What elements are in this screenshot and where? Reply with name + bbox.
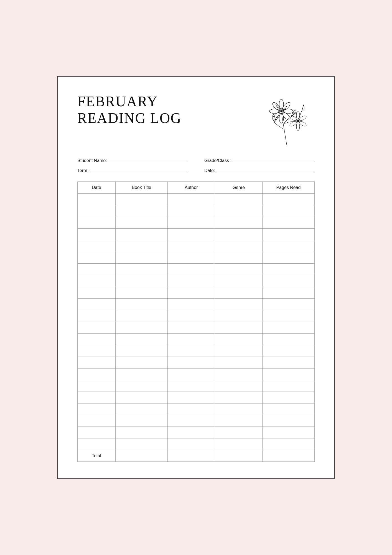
- table-cell[interactable]: [167, 287, 215, 299]
- table-cell[interactable]: [78, 334, 116, 345]
- table-cell[interactable]: [215, 415, 262, 427]
- table-cell[interactable]: [167, 252, 215, 264]
- table-cell[interactable]: [115, 392, 167, 403]
- table-cell[interactable]: [262, 380, 314, 392]
- table-cell[interactable]: [78, 438, 116, 450]
- table-row[interactable]: [78, 334, 315, 345]
- table-cell[interactable]: [167, 415, 215, 427]
- table-cell[interactable]: [78, 380, 116, 392]
- table-cell[interactable]: [167, 217, 215, 229]
- table-cell[interactable]: [262, 310, 314, 322]
- table-row[interactable]: [78, 403, 315, 415]
- table-cell[interactable]: [78, 310, 116, 322]
- table-cell[interactable]: [167, 438, 215, 450]
- table-cell[interactable]: [78, 287, 116, 299]
- table-cell[interactable]: [262, 392, 314, 403]
- table-cell[interactable]: [78, 357, 116, 369]
- table-row[interactable]: [78, 275, 315, 287]
- table-cell[interactable]: [167, 310, 215, 322]
- table-cell[interactable]: [262, 334, 314, 345]
- table-cell[interactable]: [167, 345, 215, 357]
- total-cell[interactable]: [167, 450, 215, 462]
- table-row[interactable]: [78, 217, 315, 229]
- total-cell[interactable]: [262, 450, 314, 462]
- table-cell[interactable]: [167, 403, 215, 415]
- table-cell[interactable]: [115, 322, 167, 334]
- table-cell[interactable]: [78, 403, 116, 415]
- grade-line[interactable]: [232, 157, 315, 162]
- table-row[interactable]: [78, 205, 315, 217]
- table-cell[interactable]: [115, 299, 167, 310]
- table-cell[interactable]: [262, 369, 314, 380]
- table-cell[interactable]: [262, 240, 314, 252]
- table-row[interactable]: [78, 392, 315, 403]
- table-row[interactable]: [78, 240, 315, 252]
- table-row[interactable]: [78, 299, 315, 310]
- table-cell[interactable]: [78, 264, 116, 275]
- table-cell[interactable]: [167, 275, 215, 287]
- table-row[interactable]: [78, 357, 315, 369]
- table-cell[interactable]: [78, 345, 116, 357]
- date-line[interactable]: [215, 167, 315, 172]
- table-cell[interactable]: [167, 380, 215, 392]
- table-cell[interactable]: [115, 252, 167, 264]
- table-cell[interactable]: [78, 229, 116, 240]
- table-row[interactable]: [78, 287, 315, 299]
- table-cell[interactable]: [215, 194, 262, 205]
- table-cell[interactable]: [215, 345, 262, 357]
- table-cell[interactable]: [115, 380, 167, 392]
- table-cell[interactable]: [167, 427, 215, 438]
- table-cell[interactable]: [262, 415, 314, 427]
- table-cell[interactable]: [167, 194, 215, 205]
- table-cell[interactable]: [115, 205, 167, 217]
- table-cell[interactable]: [215, 357, 262, 369]
- table-cell[interactable]: [78, 369, 116, 380]
- table-cell[interactable]: [215, 369, 262, 380]
- table-cell[interactable]: [115, 334, 167, 345]
- table-cell[interactable]: [215, 403, 262, 415]
- table-cell[interactable]: [78, 252, 116, 264]
- table-cell[interactable]: [78, 205, 116, 217]
- table-cell[interactable]: [167, 369, 215, 380]
- table-cell[interactable]: [115, 438, 167, 450]
- table-row[interactable]: [78, 380, 315, 392]
- table-cell[interactable]: [115, 194, 167, 205]
- table-cell[interactable]: [262, 252, 314, 264]
- table-row[interactable]: [78, 415, 315, 427]
- table-cell[interactable]: [262, 287, 314, 299]
- table-cell[interactable]: [78, 322, 116, 334]
- table-cell[interactable]: [115, 415, 167, 427]
- table-cell[interactable]: [215, 287, 262, 299]
- table-cell[interactable]: [262, 322, 314, 334]
- table-cell[interactable]: [215, 322, 262, 334]
- table-cell[interactable]: [262, 205, 314, 217]
- table-cell[interactable]: [262, 427, 314, 438]
- table-cell[interactable]: [167, 299, 215, 310]
- table-cell[interactable]: [115, 229, 167, 240]
- table-row[interactable]: [78, 229, 315, 240]
- table-cell[interactable]: [115, 369, 167, 380]
- table-cell[interactable]: [215, 334, 262, 345]
- table-cell[interactable]: [78, 392, 116, 403]
- table-cell[interactable]: [262, 438, 314, 450]
- table-cell[interactable]: [215, 252, 262, 264]
- table-cell[interactable]: [78, 299, 116, 310]
- table-cell[interactable]: [115, 357, 167, 369]
- table-cell[interactable]: [262, 345, 314, 357]
- table-cell[interactable]: [167, 334, 215, 345]
- table-cell[interactable]: [78, 275, 116, 287]
- term-line[interactable]: [90, 167, 188, 172]
- table-row[interactable]: [78, 345, 315, 357]
- table-cell[interactable]: [215, 438, 262, 450]
- table-row[interactable]: [78, 438, 315, 450]
- table-cell[interactable]: [115, 427, 167, 438]
- table-cell[interactable]: [215, 264, 262, 275]
- table-row[interactable]: [78, 252, 315, 264]
- table-cell[interactable]: [215, 310, 262, 322]
- table-cell[interactable]: [262, 299, 314, 310]
- table-cell[interactable]: [115, 264, 167, 275]
- table-cell[interactable]: [167, 240, 215, 252]
- table-cell[interactable]: [115, 217, 167, 229]
- table-cell[interactable]: [215, 392, 262, 403]
- table-cell[interactable]: [115, 275, 167, 287]
